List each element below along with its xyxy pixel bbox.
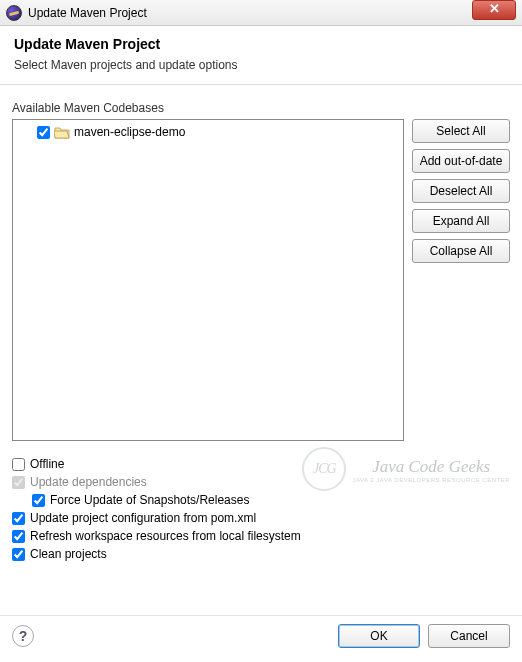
- update-dependencies-label: Update dependencies: [30, 475, 147, 489]
- update-config-option[interactable]: Update project configuration from pom.xm…: [12, 511, 510, 525]
- clean-projects-label: Clean projects: [30, 547, 107, 561]
- page-title: Update Maven Project: [14, 36, 508, 52]
- add-out-of-date-button[interactable]: Add out-of-date: [412, 149, 510, 173]
- cancel-button[interactable]: Cancel: [428, 624, 510, 648]
- titlebar: Update Maven Project ✕: [0, 0, 522, 26]
- tree-item-label: maven-eclipse-demo: [74, 125, 185, 139]
- available-codebases-label: Available Maven Codebases: [12, 101, 510, 115]
- refresh-workspace-option[interactable]: Refresh workspace resources from local f…: [12, 529, 510, 543]
- offline-option[interactable]: Offline: [12, 457, 510, 471]
- update-config-label: Update project configuration from pom.xm…: [30, 511, 256, 525]
- tree-buttons: Select All Add out-of-date Deselect All …: [412, 119, 510, 441]
- project-tree[interactable]: maven-eclipse-demo: [12, 119, 404, 441]
- expand-all-button[interactable]: Expand All: [412, 209, 510, 233]
- force-update-checkbox[interactable]: [32, 494, 45, 507]
- tree-item[interactable]: maven-eclipse-demo: [19, 124, 397, 139]
- dialog-header: Update Maven Project Select Maven projec…: [0, 26, 522, 85]
- select-all-button[interactable]: Select All: [412, 119, 510, 143]
- window-title: Update Maven Project: [28, 6, 147, 20]
- update-dependencies-option: Update dependencies: [12, 475, 510, 489]
- clean-projects-checkbox[interactable]: [12, 548, 25, 561]
- tree-item-checkbox[interactable]: [37, 126, 50, 139]
- refresh-workspace-label: Refresh workspace resources from local f…: [30, 529, 301, 543]
- refresh-workspace-checkbox[interactable]: [12, 530, 25, 543]
- options-group: JCG Java Code Geeks JAVA 2 JAVA DEVELOPE…: [0, 441, 522, 561]
- close-button[interactable]: ✕: [472, 0, 516, 20]
- force-update-option[interactable]: Force Update of Snapshots/Releases: [12, 493, 510, 507]
- project-folder-icon: [54, 126, 70, 139]
- clean-projects-option[interactable]: Clean projects: [12, 547, 510, 561]
- update-config-checkbox[interactable]: [12, 512, 25, 525]
- page-subtitle: Select Maven projects and update options: [14, 58, 508, 72]
- offline-checkbox[interactable]: [12, 458, 25, 471]
- eclipse-icon: [6, 5, 22, 21]
- update-dependencies-checkbox: [12, 476, 25, 489]
- ok-button[interactable]: OK: [338, 624, 420, 648]
- deselect-all-button[interactable]: Deselect All: [412, 179, 510, 203]
- help-icon[interactable]: ?: [12, 625, 34, 647]
- force-update-label: Force Update of Snapshots/Releases: [50, 493, 249, 507]
- dialog-footer: ? OK Cancel: [0, 615, 522, 656]
- offline-label: Offline: [30, 457, 64, 471]
- collapse-all-button[interactable]: Collapse All: [412, 239, 510, 263]
- main-content: Available Maven Codebases maven-eclipse-…: [0, 85, 522, 441]
